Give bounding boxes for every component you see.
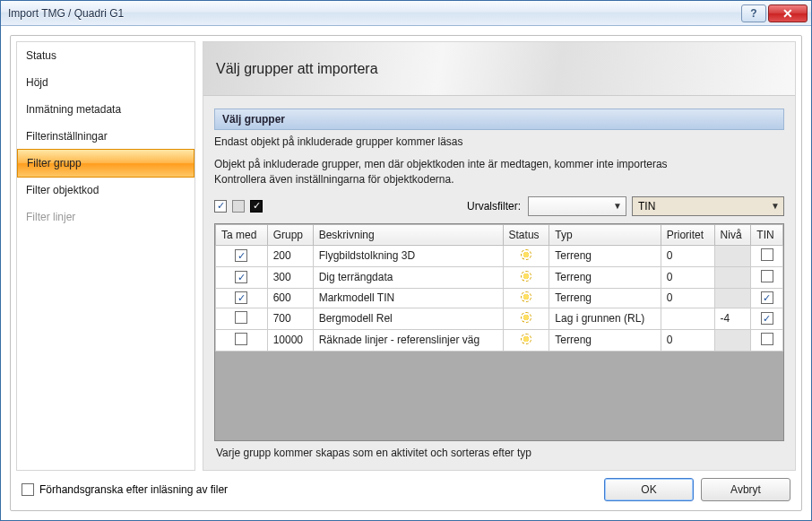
tin-checkbox[interactable] [761,248,773,261]
col-grupp[interactable]: Grupp [267,224,313,245]
cell-prioritet[interactable] [661,308,714,329]
cell-status [503,288,549,308]
filter-combo-2-value: TIN [638,200,655,213]
group-grid: Ta med Grupp Beskrivning Status Typ Prio… [214,223,784,441]
cell-tin[interactable] [751,245,783,266]
cell-niva[interactable] [714,288,751,308]
col-tamed[interactable]: Ta med [216,224,268,245]
cell-tamed[interactable]: ✓ [216,245,268,266]
table-row[interactable]: 700Bergmodell RelLag i grunnen (RL)-4✓ [216,308,783,329]
select-all-checkbox[interactable]: ✓ [214,200,227,213]
table-row[interactable]: 10000Räknade linjer - referenslinjer väg… [216,329,783,351]
cell-grupp[interactable]: 10000 [267,329,313,351]
cell-typ[interactable]: Terreng [549,245,661,266]
sidebar: StatusHöjdInmätning metadataFilterinstäl… [16,41,195,471]
cell-beskrivning[interactable]: Dig terrängdata [313,266,503,288]
tin-checkbox[interactable] [761,333,773,345]
cell-niva[interactable] [714,329,751,351]
cell-grupp[interactable]: 300 [267,266,313,288]
cell-tin[interactable]: ✓ [751,288,783,308]
status-icon [521,312,531,323]
chevron-down-icon: ▼ [771,201,780,211]
cell-beskrivning[interactable]: Bergmodell Rel [313,308,503,329]
tamed-checkbox[interactable] [235,333,247,345]
cell-niva[interactable] [714,245,751,266]
status-icon [521,334,531,344]
chevron-down-icon: ▼ [613,201,622,211]
tin-checkbox[interactable]: ✓ [761,291,773,304]
cell-typ[interactable]: Terreng [549,288,661,308]
filter-label: Urvalsfilter: [467,200,521,213]
cell-prioritet[interactable]: 0 [661,266,714,288]
table-row[interactable]: ✓300Dig terrängdataTerreng0 [216,266,783,288]
tamed-checkbox[interactable] [235,311,247,324]
tin-checkbox[interactable]: ✓ [761,312,773,325]
content-panel: Välj grupper att importera Välj grupper … [203,41,796,471]
cell-tamed[interactable] [216,308,268,329]
cell-beskrivning[interactable]: Flygbildstolkning 3D [313,245,503,266]
cell-prioritet[interactable]: 0 [661,329,714,351]
ok-button[interactable]: OK [604,478,694,501]
cancel-button[interactable]: Avbryt [701,478,790,501]
tamed-checkbox[interactable]: ✓ [235,291,247,304]
filter-combo-2[interactable]: TIN ▼ [632,196,784,216]
status-icon [521,271,531,282]
cell-typ[interactable]: Terreng [549,266,661,288]
grid-footer-hint: Varje grupp kommer skapas som en aktivit… [216,447,782,459]
cell-prioritet[interactable]: 0 [661,288,714,308]
select-none-checkbox[interactable]: ✓ [250,200,263,213]
select-partial-checkbox[interactable] [232,200,245,213]
sidebar-item-6: Filter linjer [17,204,194,230]
sidebar-item-0[interactable]: Status [17,42,194,69]
cell-typ[interactable]: Terreng [549,329,661,351]
window-title: Import TMG / Quadri G1 [8,7,124,20]
cell-tin[interactable]: ✓ [751,308,783,329]
cell-tamed[interactable]: ✓ [216,266,268,288]
cell-tin[interactable] [751,266,783,288]
col-niva[interactable]: Nivå [714,224,751,245]
preview-checkbox-label: Förhandsgranska efter inläsning av filer [39,483,228,496]
col-prioritet[interactable]: Prioritet [661,224,714,245]
sidebar-item-5[interactable]: Filter objektkod [17,177,194,204]
col-status[interactable]: Status [503,224,549,245]
close-icon: ✕ [782,6,793,21]
section-title: Välj grupper [214,109,784,130]
cell-prioritet[interactable]: 0 [661,245,714,266]
cell-status [503,245,549,266]
table-row[interactable]: ✓600Markmodell TINTerreng0✓ [216,288,783,308]
cell-tamed[interactable]: ✓ [216,288,268,308]
tamed-checkbox[interactable]: ✓ [235,271,247,283]
cell-tamed[interactable] [216,329,268,351]
content-heading: Välj grupper att importera [203,42,795,96]
status-icon [521,291,531,302]
filter-combo-1[interactable]: ▼ [528,196,626,216]
cell-grupp[interactable]: 700 [267,308,313,329]
sidebar-item-1[interactable]: Höjd [17,69,194,96]
help-button[interactable]: ? [741,4,766,22]
tin-checkbox[interactable] [761,270,773,282]
col-typ[interactable]: Typ [549,224,661,245]
cell-grupp[interactable]: 600 [267,288,313,308]
sidebar-item-2[interactable]: Inmätning metadata [17,96,194,123]
preview-checkbox[interactable]: Förhandsgranska efter inläsning av filer [22,483,228,496]
hint-text-1: Endast objekt på inkluderade grupper kom… [214,135,784,148]
cell-beskrivning[interactable]: Räknade linjer - referenslinjer väg [313,329,503,351]
col-tin[interactable]: TIN [751,224,783,245]
cell-status [503,266,549,288]
col-beskrivning[interactable]: Beskrivning [313,224,503,245]
cell-typ[interactable]: Lag i grunnen (RL) [549,308,661,329]
cell-grupp[interactable]: 200 [267,245,313,266]
sidebar-item-4[interactable]: Filter grupp [17,149,194,178]
cell-niva[interactable] [714,266,751,288]
cell-status [503,329,549,351]
cell-niva[interactable]: -4 [714,308,751,329]
table-row[interactable]: ✓200Flygbildstolkning 3DTerreng0 [216,245,783,266]
hint-text-2: Objekt på inkluderade grupper, men där o… [214,157,784,187]
tamed-checkbox[interactable]: ✓ [235,249,247,262]
sidebar-item-3[interactable]: Filterinställningar [17,123,194,150]
close-button[interactable]: ✕ [768,4,808,22]
status-icon [521,249,531,260]
cell-beskrivning[interactable]: Markmodell TIN [313,288,503,308]
cell-tin[interactable] [751,329,783,351]
cell-status [503,308,549,329]
